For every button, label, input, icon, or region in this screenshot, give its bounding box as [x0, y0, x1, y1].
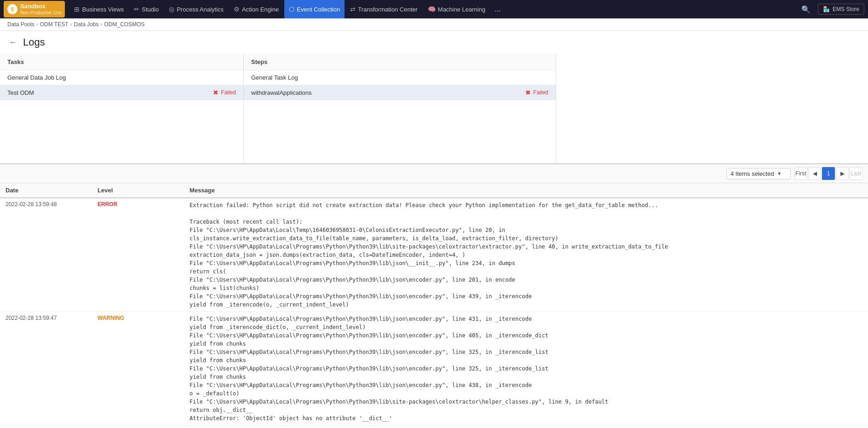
failed-icon: ✖ [213, 89, 218, 96]
nav-label-process-analytics: Process Analytics [177, 6, 224, 13]
nav-label-business-views: Business Views [82, 6, 124, 13]
brand-icon: S [7, 4, 17, 14]
step-failed-icon: ✖ [525, 89, 531, 96]
log-date-0: 2022-02-28 13:59:48 [6, 201, 98, 208]
breadcrumb-odm-cosmos[interactable]: ODM_COSMOS [104, 21, 145, 28]
task-name-test-odm: Test ODM [7, 89, 34, 96]
breadcrumb-data-pools[interactable]: Data Pools [7, 21, 34, 28]
items-select-dropdown[interactable]: 4 Items selected ▼ [726, 168, 791, 179]
log-level-1: WARNING [98, 315, 190, 321]
brand-sub: Non-Productive Use [20, 10, 61, 16]
step-failed-label: Failed [533, 89, 548, 96]
page-header: ← Logs [0, 31, 868, 54]
brand-text: Sandbox Non-Productive Use [20, 3, 61, 16]
nav-label-machine-learning: Machine Learning [438, 6, 485, 13]
current-page-button[interactable]: 1 [822, 167, 835, 180]
failed-label: Failed [221, 89, 236, 96]
task-item-general[interactable]: General Data Job Log [0, 70, 243, 85]
steps-panel: Steps General Task Log withdrawalApplica… [244, 54, 556, 163]
items-selected-label: 4 Items selected [730, 170, 774, 177]
search-button[interactable]: 🔍 [798, 3, 814, 16]
last-page-button[interactable]: Last [850, 167, 862, 180]
top-navigation: S Sandbox Non-Productive Use ⊞ Business … [0, 0, 868, 18]
log-table-header: Date Level Message [0, 183, 868, 198]
log-section: 4 Items selected ▼ First ◀ 1 ▶ Last Date… [0, 164, 868, 427]
step-name-withdrawal: withdrawalApplications [251, 89, 312, 96]
nav-event-collection[interactable]: ⬡ Event Collection [284, 0, 345, 18]
analytics-icon: ◎ [169, 6, 174, 13]
ml-icon: 🧠 [428, 6, 436, 13]
tasks-panel-header: Tasks [0, 54, 243, 70]
breadcrumb-data-jobs[interactable]: Data Jobs [74, 21, 98, 28]
col-level: Level [98, 187, 190, 194]
dropdown-arrow-icon: ▼ [777, 171, 782, 176]
nav-business-views[interactable]: ⊞ Business Views [69, 0, 128, 18]
nav-studio[interactable]: ✏ Studio [129, 0, 163, 18]
next-page-button[interactable]: ▶ [836, 167, 849, 180]
nav-action-engine[interactable]: ⚙ Action Engine [229, 0, 283, 18]
breadcrumb: Data Pools › ODM TEST › Data Jobs › ODM_… [0, 18, 868, 31]
page-title: Logs [23, 36, 45, 48]
task-status-failed: ✖ Failed [213, 89, 236, 96]
nav-label-action-engine: Action Engine [242, 6, 279, 13]
store-icon: 🏪 [823, 6, 830, 12]
col-message: Message [190, 187, 862, 194]
steps-panel-header: Steps [244, 54, 556, 70]
panels-row: Tasks General Data Job Log Test ODM ✖ Fa… [0, 54, 868, 164]
nav-process-analytics[interactable]: ◎ Process Analytics [164, 0, 228, 18]
nav-label-studio: Studio [142, 6, 159, 13]
breadcrumb-sep-3: › [101, 21, 103, 28]
log-date-1: 2022-02-28 13:59:47 [6, 315, 98, 321]
step-item-general[interactable]: General Task Log [244, 70, 556, 85]
store-label: EMS Store [833, 6, 859, 12]
log-toolbar: 4 Items selected ▼ First ◀ 1 ▶ Last [0, 164, 868, 183]
action-icon: ⚙ [234, 6, 240, 13]
breadcrumb-sep-1: › [36, 21, 38, 28]
log-message-0: Extraction failed: Python script did not… [190, 201, 862, 309]
tasks-panel: Tasks General Data Job Log Test ODM ✖ Fa… [0, 54, 244, 163]
tasks-panel-body: General Data Job Log Test ODM ✖ Failed [0, 70, 243, 163]
ems-store-button[interactable]: 🏪 EMS Store [818, 4, 864, 15]
nav-transformation-center[interactable]: ⇄ Transformation Center [345, 0, 422, 18]
steps-panel-body: General Task Log withdrawalApplications … [244, 70, 556, 163]
log-message-1: File "C:\Users\HP\AppData\Local\Programs… [190, 315, 862, 422]
log-row[interactable]: 2022-02-28 13:59:43 INFO Starting extrac… [0, 426, 868, 427]
transform-icon: ⇄ [350, 6, 356, 13]
nav-machine-learning[interactable]: 🧠 Machine Learning [423, 0, 490, 18]
log-row[interactable]: 2022-02-28 13:59:47 WARNING File "C:\Use… [0, 312, 868, 426]
log-level-0: ERROR [98, 201, 190, 208]
log-table-body: 2022-02-28 13:59:48 ERROR Extraction fai… [0, 198, 868, 427]
event-icon: ⬡ [289, 6, 294, 13]
brand-name: Sandbox [20, 3, 61, 10]
breadcrumb-sep-2: › [70, 21, 72, 28]
step-item-withdrawal[interactable]: withdrawalApplications ✖ Failed [244, 85, 556, 100]
pagination: First ◀ 1 ▶ Last [794, 167, 862, 180]
task-item-test-odm[interactable]: Test ODM ✖ Failed [0, 85, 243, 100]
back-button[interactable]: ← [7, 37, 18, 48]
nav-more-button[interactable]: ... [491, 3, 504, 15]
prev-page-button[interactable]: ◀ [808, 167, 821, 180]
extra-panel [556, 54, 868, 163]
edit-icon: ✏ [134, 6, 139, 13]
breadcrumb-odm-test[interactable]: ODM TEST [40, 21, 69, 28]
main-content: Tasks General Data Job Log Test ODM ✖ Fa… [0, 54, 868, 427]
nav-label-event-collection: Event Collection [297, 6, 340, 13]
grid-icon: ⊞ [74, 6, 80, 13]
nav-label-transformation-center: Transformation Center [358, 6, 418, 13]
first-page-button[interactable]: First [794, 167, 807, 180]
task-name-general: General Data Job Log [7, 74, 66, 81]
log-row[interactable]: 2022-02-28 13:59:48 ERROR Extraction fai… [0, 198, 868, 312]
step-name-general: General Task Log [251, 74, 298, 81]
col-date: Date [6, 187, 98, 194]
brand-logo[interactable]: S Sandbox Non-Productive Use [4, 1, 65, 17]
step-status-failed: ✖ Failed [525, 89, 548, 96]
